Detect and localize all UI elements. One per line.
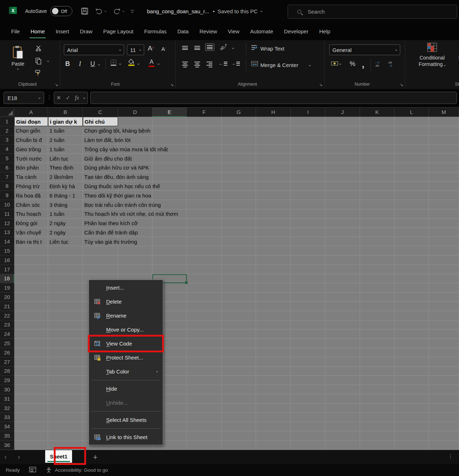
cell-D1[interactable] bbox=[118, 117, 152, 126]
cell-K36[interactable] bbox=[360, 441, 394, 450]
cell-J24[interactable] bbox=[325, 329, 360, 339]
cell-K29[interactable] bbox=[360, 376, 394, 385]
cell-H18[interactable] bbox=[256, 274, 291, 284]
cell-F24[interactable] bbox=[187, 329, 222, 339]
cell-L9[interactable] bbox=[394, 191, 429, 200]
increase-font-icon[interactable]: A^ bbox=[148, 44, 154, 52]
cell-K15[interactable] bbox=[360, 246, 394, 256]
format-as-table-button[interactable]: Format as Table bbox=[455, 42, 459, 67]
orientation-icon[interactable]: ab↗ bbox=[219, 43, 228, 52]
column-header-D[interactable]: D bbox=[118, 108, 152, 117]
cell-H23[interactable] bbox=[256, 320, 291, 330]
menu-item-select-all-sheets[interactable]: Select All Sheets bbox=[90, 413, 162, 427]
cell-C5[interactable]: Giữ ẩm đều cho đất bbox=[83, 154, 118, 163]
cell-M15[interactable] bbox=[429, 246, 459, 256]
cell-L11[interactable] bbox=[394, 209, 429, 219]
cell-H10[interactable] bbox=[256, 200, 291, 209]
cell-I5[interactable] bbox=[291, 154, 325, 163]
cell-B10[interactable]: 3 tháng bbox=[48, 200, 83, 209]
cell-H1[interactable] bbox=[256, 117, 291, 126]
cell-B27[interactable] bbox=[48, 357, 83, 367]
cell-M12[interactable] bbox=[429, 219, 459, 228]
row-header-9[interactable]: 9 bbox=[0, 191, 14, 200]
cell-C6[interactable]: Dùng phân hữu cơ và NPK bbox=[83, 163, 118, 172]
cell-K28[interactable] bbox=[360, 367, 394, 376]
cell-K9[interactable] bbox=[360, 191, 394, 200]
cell-A15[interactable] bbox=[14, 246, 48, 256]
cell-L6[interactable] bbox=[394, 163, 429, 172]
row-header-11[interactable]: 11 bbox=[0, 209, 14, 219]
cell-I21[interactable] bbox=[291, 302, 325, 311]
cell-J14[interactable] bbox=[325, 237, 360, 246]
menu-item-view-code[interactable]: View Code bbox=[90, 337, 162, 351]
cell-I11[interactable] bbox=[291, 209, 325, 219]
cell-K33[interactable] bbox=[360, 413, 394, 422]
cell-J29[interactable] bbox=[325, 376, 360, 385]
cell-G35[interactable] bbox=[222, 431, 256, 441]
cell-C4[interactable]: Trồng cây vào mùa mưa là tốt nhất bbox=[83, 144, 118, 154]
cell-I29[interactable] bbox=[291, 376, 325, 385]
cell-H24[interactable] bbox=[256, 329, 291, 339]
cell-E7[interactable] bbox=[152, 172, 187, 182]
cell-L23[interactable] bbox=[394, 320, 429, 330]
cell-L17[interactable] bbox=[394, 265, 429, 274]
merge-center-button[interactable]: Merge & Center bbox=[260, 62, 298, 68]
cell-G18[interactable] bbox=[222, 274, 256, 284]
cell-H4[interactable] bbox=[256, 144, 291, 154]
cell-J12[interactable] bbox=[325, 219, 360, 228]
cell-J4[interactable] bbox=[325, 144, 360, 154]
cell-G15[interactable] bbox=[222, 246, 256, 256]
row-header-25[interactable]: 25 bbox=[0, 339, 14, 348]
cell-I6[interactable] bbox=[291, 163, 325, 172]
cell-E6[interactable] bbox=[152, 163, 187, 172]
cell-F5[interactable] bbox=[187, 154, 222, 163]
cell-E16[interactable] bbox=[152, 256, 187, 265]
cell-H26[interactable] bbox=[256, 348, 291, 357]
cell-I14[interactable] bbox=[291, 237, 325, 246]
cell-L18[interactable] bbox=[394, 274, 429, 284]
cell-J28[interactable] bbox=[325, 367, 360, 376]
row-header-5[interactable]: 5 bbox=[0, 154, 14, 163]
align-top-icon[interactable] bbox=[182, 46, 188, 50]
cell-L24[interactable] bbox=[394, 329, 429, 339]
cell-A10[interactable]: Chăm sóc bbox=[14, 200, 48, 209]
cell-G34[interactable] bbox=[222, 422, 256, 431]
font-name-select[interactable]: Arial bbox=[64, 44, 124, 55]
cell-K3[interactable] bbox=[360, 135, 394, 145]
cell-J15[interactable] bbox=[325, 246, 360, 256]
clipboard-dialog-launcher-icon[interactable]: ↘ bbox=[55, 82, 58, 87]
cell-H29[interactable] bbox=[256, 376, 291, 385]
cell-D16[interactable] bbox=[118, 256, 152, 265]
cell-L16[interactable] bbox=[394, 256, 429, 265]
cell-L14[interactable] bbox=[394, 237, 429, 246]
cell-L28[interactable] bbox=[394, 367, 429, 376]
column-header-F[interactable]: F bbox=[187, 108, 222, 117]
row-header-36[interactable]: 36 bbox=[0, 441, 14, 450]
cell-M28[interactable] bbox=[429, 367, 459, 376]
cell-M18[interactable] bbox=[429, 274, 459, 284]
orientation-dropdown-icon[interactable] bbox=[232, 47, 234, 49]
row-header-28[interactable]: 28 bbox=[0, 367, 14, 376]
cell-J6[interactable] bbox=[325, 163, 360, 172]
cell-G22[interactable] bbox=[222, 311, 256, 320]
cell-J35[interactable] bbox=[325, 431, 360, 441]
cell-M19[interactable] bbox=[429, 283, 459, 292]
cell-F9[interactable] bbox=[187, 191, 222, 200]
cell-J36[interactable] bbox=[325, 441, 360, 450]
ribbon-tab-view[interactable]: View bbox=[222, 22, 245, 40]
cell-M13[interactable] bbox=[429, 228, 459, 237]
row-header-10[interactable]: 10 bbox=[0, 200, 14, 209]
enter-icon[interactable]: ✓ bbox=[66, 95, 70, 101]
copy-icon[interactable] bbox=[35, 57, 42, 65]
redo-icon[interactable] bbox=[113, 8, 124, 15]
cell-M5[interactable] bbox=[429, 154, 459, 163]
row-header-26[interactable]: 26 bbox=[0, 348, 14, 357]
cell-C14[interactable]: Tùy vào giá thị trường bbox=[83, 237, 118, 246]
cell-F34[interactable] bbox=[187, 422, 222, 431]
cell-A7[interactable]: Tỉa cành bbox=[14, 172, 48, 182]
cell-I3[interactable] bbox=[291, 135, 325, 145]
cell-J23[interactable] bbox=[325, 320, 360, 330]
cell-I4[interactable] bbox=[291, 144, 325, 154]
cell-L3[interactable] bbox=[394, 135, 429, 145]
cell-M4[interactable] bbox=[429, 144, 459, 154]
